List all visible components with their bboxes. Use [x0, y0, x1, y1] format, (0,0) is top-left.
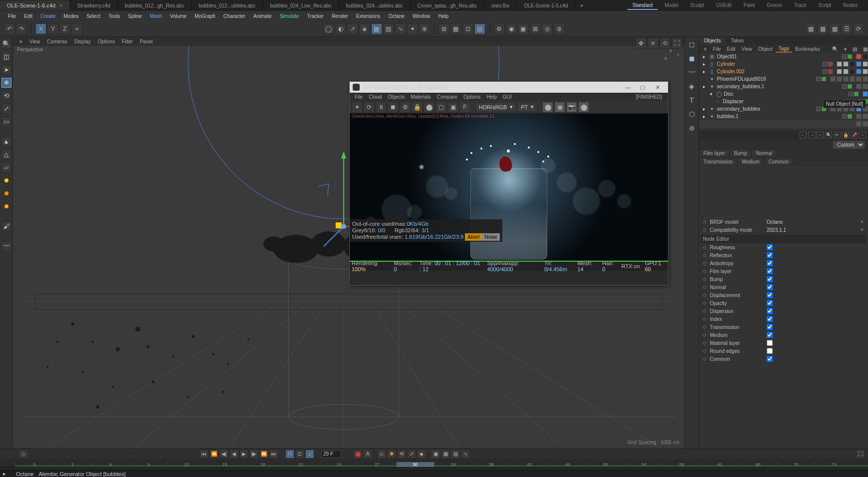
axis-indicator[interactable]: yzx	[664, 48, 679, 63]
keyframe-sel-icon[interactable]: ▦	[441, 450, 450, 459]
snap-toggle[interactable]: ⊞	[438, 23, 449, 34]
render-queue-icon[interactable]: ◎	[542, 23, 553, 34]
attr-tab[interactable]: Normal	[751, 149, 776, 158]
lv-refresh-icon[interactable]: ⟳	[364, 102, 375, 113]
lv-file[interactable]: File	[352, 94, 366, 100]
refresh-icon[interactable]: ⟳	[853, 23, 864, 34]
layout-standard[interactable]: Standard	[627, 1, 658, 10]
object-tree[interactable]: ▸⊞Object01 ▸▯Cylinder ▸▯Cylinder.002 ✦Ph…	[699, 53, 868, 130]
rect-select-tool[interactable]: ▭	[1, 117, 11, 127]
parent-icon[interactable]: ◐	[335, 23, 346, 34]
attr-tab[interactable]: Bump	[729, 149, 751, 158]
next-key-icon[interactable]: |▶	[249, 450, 258, 459]
play-icon[interactable]: ▶	[239, 450, 248, 459]
world-icon[interactable]: ◯	[323, 23, 334, 34]
objmgr-tags[interactable]: Tags	[776, 45, 792, 52]
index-check[interactable]	[767, 316, 773, 322]
live-viewer-render[interactable]: Check:0ms,0ms, MeshGen:0ms, Update[G]:8m…	[350, 114, 668, 261]
step-back-icon[interactable]: ⏪	[210, 450, 218, 459]
doc-tab[interactable]: bubbles_024_Low_Res.abc	[263, 1, 339, 10]
attr-fwd-icon[interactable]: →	[808, 132, 815, 139]
team-render-icon[interactable]: ⊛	[554, 23, 565, 34]
lv-hdr-select[interactable]: HDR/sRGB▾	[475, 102, 516, 112]
timeline-ruler[interactable]: 0369 12151821 24273034 38424650 54586266…	[0, 459, 868, 467]
point-mode[interactable]	[1, 188, 11, 198]
vp-cameras[interactable]: Cameras	[43, 38, 71, 45]
pla-key-icon[interactable]: ◈	[417, 450, 426, 459]
tab-takes[interactable]: Takes	[726, 37, 749, 45]
objmgr-view[interactable]: View	[738, 46, 755, 52]
lv-help[interactable]: Help	[483, 94, 500, 100]
render-icon[interactable]: ◉	[506, 23, 517, 34]
lv-film-icon[interactable]: F	[459, 102, 470, 113]
close-icon[interactable]: ✕	[650, 84, 665, 91]
lv-aov-icon[interactable]: ▣	[447, 102, 458, 113]
lv-settings-icon[interactable]: ⚙	[400, 102, 411, 113]
pos-key-icon[interactable]: ✥	[387, 450, 396, 459]
undo-button[interactable]: ↶	[4, 23, 15, 34]
bump-check[interactable]	[767, 276, 773, 282]
lv-noise-button[interactable]: Noise	[482, 233, 500, 241]
attr-tab[interactable]: Medium	[737, 158, 764, 166]
save-project-icon[interactable]: ▦	[829, 23, 840, 34]
lv-materials[interactable]: Materials	[408, 94, 434, 100]
common-check[interactable]	[767, 356, 773, 362]
menu-simulate[interactable]: Simulate	[275, 12, 303, 20]
live-select-tool[interactable]: ◫	[1, 52, 11, 62]
lv-stop-icon[interactable]: ⏹	[388, 102, 399, 113]
layout-script[interactable]: Script	[813, 1, 837, 10]
lv-cloud[interactable]: Cloud	[366, 94, 385, 100]
menu-select[interactable]: Select	[82, 12, 104, 20]
expand-icon[interactable]: ▸	[3, 471, 6, 477]
go-end-icon[interactable]: ⏭	[269, 450, 278, 459]
key-marker-icon[interactable]: ◇	[19, 450, 28, 459]
vp-options[interactable]: Options	[94, 38, 118, 45]
attr-search-icon[interactable]: 🔍	[825, 132, 832, 139]
menu-octane[interactable]: Octane	[385, 12, 409, 20]
view-icon[interactable]: ▦	[860, 46, 868, 52]
rot-key-icon[interactable]: ⟲	[397, 450, 406, 459]
range-icon[interactable]: ⊏	[295, 450, 304, 459]
vp-filter[interactable]: Filter	[118, 38, 136, 45]
attr-up-icon[interactable]: ↑	[817, 132, 824, 139]
viewport-zoom-icon[interactable]: ⤧	[648, 38, 658, 49]
lv-lock-icon[interactable]: 🔒	[412, 102, 423, 113]
displacement-check[interactable]	[767, 292, 773, 298]
menu-mesh[interactable]: Mesh	[146, 12, 166, 20]
uv-mode[interactable]	[1, 201, 11, 211]
axis-mode[interactable]	[1, 175, 11, 185]
layout-groom[interactable]: Groom	[761, 1, 788, 10]
attr-body[interactable]: ◇BRDF modelOctane▾ ◇Compatibility mode20…	[699, 166, 868, 448]
doc-tab[interactable]: bubbles_024...ubbles.abc	[339, 1, 411, 10]
layout-paint[interactable]: Paint	[738, 1, 761, 10]
vp-menu-icon[interactable]: ≡	[16, 38, 26, 45]
attr-tab[interactable]: Film layer	[699, 149, 729, 158]
attr-back-icon[interactable]: ←	[800, 132, 807, 139]
attr-new-icon[interactable]: ▫	[859, 132, 866, 139]
picture-viewer-icon[interactable]: ⊠	[530, 23, 541, 34]
layout-uvedit[interactable]: UVEdit	[710, 1, 737, 10]
lv-objects[interactable]: Objects	[385, 94, 408, 100]
cube-primitive-icon[interactable]: ◻	[686, 39, 697, 50]
autokey-option-icon[interactable]: ▣	[431, 450, 440, 459]
snap-guide[interactable]: ▤	[474, 23, 485, 34]
lv-cam-icon[interactable]: 📷	[566, 102, 577, 113]
layout-nodes[interactable]: Nodes	[838, 1, 863, 10]
doc-tab[interactable]: oreo.fbx	[484, 1, 517, 10]
lv-compare[interactable]: Compare	[434, 94, 460, 100]
menu-modes[interactable]: Modes	[59, 12, 82, 20]
redo-button[interactable]: ↷	[16, 23, 27, 34]
live-viewer-window[interactable]: Live Viewer 2023.1.1 (14 days left) — ▢ …	[349, 81, 668, 286]
menu-spline[interactable]: Spline	[124, 12, 146, 20]
coord-system-button[interactable]: ⌖	[71, 23, 82, 34]
matlayer-check[interactable]	[767, 340, 773, 346]
render-settings-icon[interactable]: ⚙	[494, 23, 505, 34]
minimize-icon[interactable]: —	[620, 84, 635, 90]
doc-tab[interactable]: bubbles_012...ubbles.abc	[192, 1, 263, 10]
menu-tools[interactable]: Tools	[104, 12, 124, 20]
layout-track[interactable]: Track	[789, 1, 812, 10]
record-icon[interactable]: ⬤	[353, 450, 362, 459]
maximize-icon[interactable]: ⛶	[856, 450, 865, 459]
autokey-icon[interactable]: A	[363, 450, 372, 459]
quantize-icon[interactable]: ▦	[371, 23, 382, 34]
